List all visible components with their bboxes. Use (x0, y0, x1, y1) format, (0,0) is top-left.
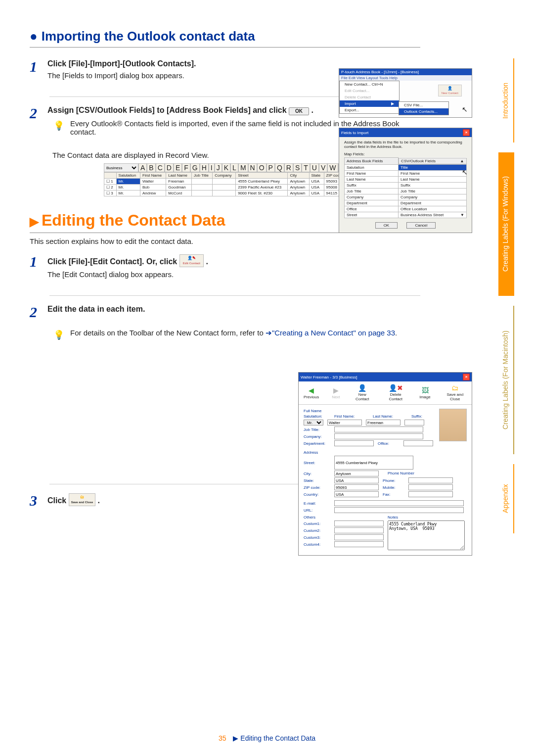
person-edit-icon: 👤✎ (187, 256, 196, 260)
ok-button-inline: OK (289, 107, 309, 115)
department-input[interactable] (334, 440, 374, 446)
custom3-input[interactable] (334, 534, 384, 540)
alpha-filter-R[interactable]: R (284, 163, 293, 172)
url-input[interactable] (334, 507, 464, 513)
alpha-filter-N[interactable]: N (248, 163, 257, 172)
lightbulb-icon: 💡 (53, 330, 64, 340)
alpha-filter-A[interactable]: A (138, 163, 147, 172)
salutation-select[interactable]: Mr. (304, 420, 323, 425)
alpha-filter-P[interactable]: P (267, 163, 275, 172)
custom4-input[interactable] (334, 541, 384, 547)
menu-item-import[interactable]: Import▶ (340, 100, 399, 107)
sidetab-appendix[interactable]: Appendix (498, 464, 514, 533)
page-number: 35 (219, 734, 226, 742)
alpha-filter-L[interactable]: L (230, 163, 238, 172)
figure-edit-contact-dialog: Walter Freeman - 3/3 [Business] × ◀Previ… (298, 372, 472, 556)
edit-contact-icon-inline: 👤✎ Edit Contact (179, 254, 204, 267)
alpha-filter-S[interactable]: S (293, 163, 302, 172)
image-button[interactable]: 🖼Image (419, 387, 430, 399)
step2-edit-title: Edit the data in each item. (47, 305, 420, 314)
cancel-button[interactable]: Cancel (406, 222, 436, 229)
alpha-filter-D[interactable]: D (165, 163, 174, 172)
save-and-close-button[interactable]: 🗂Save and Close (444, 384, 467, 401)
job-title-input[interactable] (334, 426, 423, 432)
custom1-input[interactable] (334, 520, 384, 526)
office-input[interactable] (403, 440, 433, 446)
group-phone: Phone Number (388, 471, 414, 475)
country-input[interactable] (334, 491, 379, 497)
last-name-input[interactable] (366, 420, 400, 425)
map-fields-table: Address Book Fields CSV/Outlook Fields▲ … (344, 157, 467, 218)
dialog-description: Assign the data fields in the file to be… (344, 140, 467, 149)
custom2-input[interactable] (334, 527, 384, 533)
map-field-row[interactable]: CompanyCompany (345, 194, 467, 200)
alpha-filter-V[interactable]: V (319, 163, 327, 172)
save-close-icon: 🗂 (444, 384, 467, 391)
sidebar-tabs: Introduction Creating Labels (For Window… (498, 58, 514, 533)
link-creating-new-contact[interactable]: ➔"Creating a New Contact" on page 33 (266, 329, 395, 337)
file-menu: New Contact... Ctrl+N Edit Contact... De… (339, 81, 400, 114)
footer-link[interactable]: ▶ Editing the Contact Data (233, 734, 315, 742)
close-icon[interactable]: × (463, 374, 470, 380)
map-field-row[interactable]: SalutationTitle (345, 164, 467, 170)
email-input[interactable] (334, 500, 464, 506)
map-field-row[interactable]: Job TitleJob Title (345, 188, 467, 194)
first-name-input[interactable] (327, 420, 362, 425)
dialog-titlebar: Walter Freeman - 3/3 [Business] × (299, 373, 472, 381)
suffix-input[interactable] (404, 420, 424, 425)
phone-input[interactable] (408, 477, 453, 483)
alpha-filter-I[interactable]: I (209, 163, 215, 172)
edit-contact-toolbar: ◀Previous ▶Next 👤New Contact 👤✖Delete Co… (299, 381, 472, 405)
state-input[interactable] (334, 477, 379, 483)
scroll-down-icon[interactable]: ▼ (460, 213, 464, 217)
map-field-row[interactable]: SuffixSuffix (345, 182, 467, 188)
alpha-filter-F[interactable]: F (182, 163, 190, 172)
import-submenu: CSV File... Outlook Contacts... (399, 101, 449, 115)
prev-button[interactable]: ◀Previous (304, 387, 319, 399)
close-icon[interactable]: × (463, 129, 470, 136)
ok-button[interactable]: OK (375, 222, 398, 229)
map-field-row[interactable]: Last NameLast Name (345, 176, 467, 182)
sidetab-introduction[interactable]: Introduction (498, 58, 514, 142)
notes-textarea[interactable]: 4555 Cumberland Pkwy Anytown, USA 95093 (388, 520, 465, 550)
alpha-filter-K[interactable]: K (222, 163, 230, 172)
zip-input[interactable] (334, 484, 379, 490)
alpha-filter-O[interactable]: O (257, 163, 267, 172)
fax-input[interactable] (408, 491, 453, 497)
city-input[interactable] (334, 471, 379, 476)
map-fields-label: Map Fields: (344, 152, 467, 156)
alpha-filter-T[interactable]: T (302, 163, 310, 172)
alpha-filter-H[interactable]: H (200, 163, 209, 172)
sidetab-windows[interactable]: Creating Labels (For Windows) (498, 152, 514, 296)
alpha-filter-Q[interactable]: Q (275, 163, 284, 172)
column-header: City (288, 173, 309, 179)
scroll-up-icon[interactable]: ▲ (460, 159, 464, 163)
sidetab-macintosh[interactable]: Creating Labels (For Macintosh) (498, 306, 514, 454)
map-field-row[interactable]: StreetBusiness Address Street▼ (345, 212, 467, 218)
mobile-input[interactable] (408, 484, 453, 490)
alpha-filter-E[interactable]: E (174, 163, 182, 172)
alpha-filter-J[interactable]: J (215, 163, 222, 172)
column-header: Last Name (166, 173, 192, 179)
street-input[interactable] (334, 456, 413, 470)
company-input[interactable] (334, 433, 423, 439)
map-field-row[interactable]: DepartmentDepartment (345, 200, 467, 206)
new-contact-button[interactable]: 👤 New Contact (438, 85, 462, 96)
column-header: Company (213, 173, 236, 179)
alpha-filter-W[interactable]: W (327, 163, 338, 172)
category-select[interactable]: Business (104, 163, 138, 172)
alpha-filter-U[interactable]: U (310, 163, 319, 172)
arrow-left-icon: ◀ (304, 387, 319, 394)
column-header: Street (236, 173, 288, 179)
map-field-row[interactable]: First NameFirst Name (345, 170, 467, 176)
alpha-filter-B[interactable]: B (147, 163, 155, 172)
alpha-filter-C[interactable]: C (156, 163, 165, 172)
menu-item-csv[interactable]: CSV File... (399, 102, 448, 108)
alpha-filter-M[interactable]: M (238, 163, 248, 172)
alpha-filter-G[interactable]: G (190, 163, 200, 172)
menu-item-outlook[interactable]: Outlook Contacts... (399, 108, 448, 115)
map-field-row[interactable]: OfficeOffice Location (345, 206, 467, 212)
delete-contact-button[interactable]: 👤✖Delete Contact (385, 384, 406, 401)
new-contact-button[interactable]: 👤New Contact (353, 384, 372, 401)
page-footer: 35 ▶ Editing the Contact Data (0, 734, 534, 742)
